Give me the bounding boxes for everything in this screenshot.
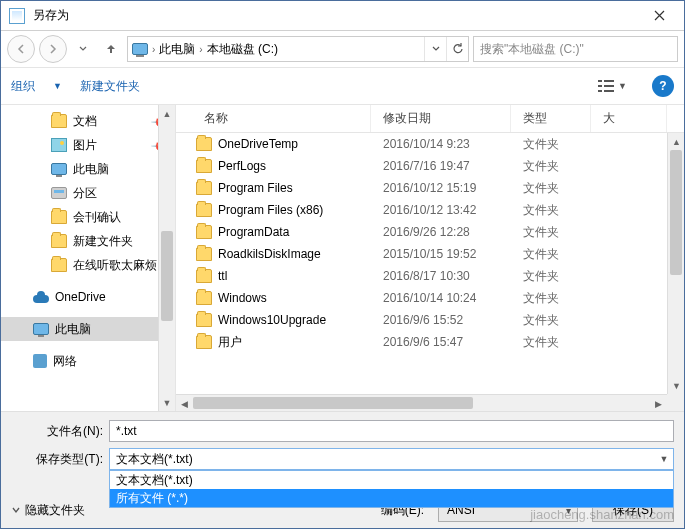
network-icon: [33, 354, 47, 368]
back-button[interactable]: [7, 35, 35, 63]
tree-this-pc-main[interactable]: 此电脑: [1, 317, 175, 341]
app-icon: [9, 8, 25, 24]
svg-rect-5: [604, 90, 614, 92]
chevron-right-icon: ›: [152, 44, 155, 55]
svg-rect-1: [598, 85, 602, 87]
crumb-root[interactable]: 此电脑: [159, 41, 195, 58]
search-placeholder: 搜索"本地磁盘 (C:)": [480, 41, 584, 58]
save-as-dialog: 另存为 › 此电脑 › 本地磁盘 (C:) 搜索"本地磁盘 (C:)" 组织 ▼…: [0, 0, 685, 529]
table-row[interactable]: 用户2016/9/6 15:47文件夹: [176, 331, 684, 353]
help-button[interactable]: ?: [652, 75, 674, 97]
table-row[interactable]: Program Files2016/10/12 15:19文件夹: [176, 177, 684, 199]
folder-icon: [196, 313, 212, 327]
scroll-right-icon[interactable]: ▶: [650, 395, 667, 411]
col-date[interactable]: 修改日期: [371, 105, 511, 132]
scroll-down-icon[interactable]: ▼: [668, 377, 684, 394]
pc-icon: [132, 43, 148, 55]
pc-icon: [33, 323, 49, 335]
folder-icon: [51, 234, 67, 248]
navigation-tree: 文档📌 图片📌 此电脑 分区 会刊确认 新建文件夹 在线听歌太麻烦 OneDri…: [1, 105, 176, 411]
table-row[interactable]: Windows2016/10/14 10:24文件夹: [176, 287, 684, 309]
address-bar: › 此电脑 › 本地磁盘 (C:) 搜索"本地磁盘 (C:)": [1, 31, 684, 67]
table-row[interactable]: RoadkilsDiskImage2015/10/15 19:52文件夹: [176, 243, 684, 265]
organize-dropdown-icon[interactable]: ▼: [53, 81, 62, 91]
table-row[interactable]: ttl2016/8/17 10:30文件夹: [176, 265, 684, 287]
col-type[interactable]: 类型: [511, 105, 591, 132]
refresh-button[interactable]: [446, 37, 468, 61]
folder-icon: [196, 159, 212, 173]
tree-onedrive[interactable]: OneDrive: [1, 285, 175, 309]
list-view-icon: [598, 80, 614, 92]
table-row[interactable]: ProgramData2016/9/26 12:28文件夹: [176, 221, 684, 243]
column-headers: 名称 修改日期 类型 大: [176, 105, 684, 133]
tree-partition[interactable]: 分区: [1, 181, 175, 205]
tree-new-folder[interactable]: 新建文件夹: [1, 229, 175, 253]
folder-icon: [51, 114, 67, 128]
onedrive-icon: [33, 291, 49, 303]
tree-this-pc[interactable]: 此电脑: [1, 157, 175, 181]
forward-button[interactable]: [39, 35, 67, 63]
svg-rect-2: [598, 90, 602, 92]
folder-icon: [196, 335, 212, 349]
pc-icon: [51, 163, 67, 175]
scroll-thumb[interactable]: [670, 150, 682, 275]
new-folder-button[interactable]: 新建文件夹: [80, 78, 140, 95]
recent-dropdown[interactable]: [71, 37, 95, 61]
folder-icon: [196, 203, 212, 217]
folder-icon: [51, 210, 67, 224]
table-row[interactable]: OneDriveTemp2016/10/14 9:23文件夹: [176, 133, 684, 155]
file-list: OneDriveTemp2016/10/14 9:23文件夹PerfLogs20…: [176, 133, 684, 411]
folder-icon: [196, 291, 212, 305]
svg-rect-0: [598, 80, 602, 82]
folder-icon: [196, 137, 212, 151]
main-area: 文档📌 图片📌 此电脑 分区 会刊确认 新建文件夹 在线听歌太麻烦 OneDri…: [1, 105, 684, 411]
table-row[interactable]: Windows10Upgrade2016/9/6 15:52文件夹: [176, 309, 684, 331]
file-scrollbar-v[interactable]: ▲ ▼: [667, 133, 684, 394]
table-row[interactable]: Program Files (x86)2016/10/12 13:42文件夹: [176, 199, 684, 221]
hide-folders-toggle[interactable]: 隐藏文件夹: [11, 502, 85, 519]
up-button[interactable]: [99, 37, 123, 61]
close-button[interactable]: [637, 2, 682, 30]
folder-icon: [196, 247, 212, 261]
filetype-combo[interactable]: 文本文档(*.txt) ▼ 文本文档(*.txt) 所有文件 (*.*): [109, 448, 674, 470]
breadcrumb[interactable]: › 此电脑 › 本地磁盘 (C:): [127, 36, 469, 62]
folder-icon: [51, 258, 67, 272]
scroll-corner: [667, 394, 684, 411]
view-options[interactable]: ▼: [591, 77, 634, 95]
scroll-thumb[interactable]: [193, 397, 473, 409]
tree-scrollbar[interactable]: ▲ ▼: [158, 105, 175, 411]
scroll-thumb[interactable]: [161, 231, 173, 321]
pictures-icon: [51, 138, 67, 152]
chevron-right-icon: ›: [199, 44, 202, 55]
tree-online[interactable]: 在线听歌太麻烦: [1, 253, 175, 277]
filename-input[interactable]: *.txt: [109, 420, 674, 442]
titlebar: 另存为: [1, 1, 684, 31]
search-input[interactable]: 搜索"本地磁盘 (C:)": [473, 36, 678, 62]
scroll-left-icon[interactable]: ◀: [176, 395, 193, 411]
crumb-drive[interactable]: 本地磁盘 (C:): [207, 41, 278, 58]
col-size[interactable]: 大: [591, 105, 667, 132]
filetype-option-txt[interactable]: 文本文档(*.txt): [110, 471, 673, 489]
scroll-down-icon[interactable]: ▼: [159, 394, 175, 411]
filetype-option-all[interactable]: 所有文件 (*.*): [110, 489, 673, 507]
svg-rect-4: [604, 85, 614, 87]
chevron-down-icon: ▼: [655, 449, 673, 469]
scroll-up-icon[interactable]: ▲: [159, 105, 175, 122]
window-title: 另存为: [33, 7, 637, 24]
toolbar: 组织 ▼ 新建文件夹 ▼ ?: [1, 67, 684, 105]
file-scrollbar-h[interactable]: ◀ ▶: [176, 394, 667, 411]
folder-icon: [196, 181, 212, 195]
address-dropdown[interactable]: [424, 37, 446, 61]
tree-network[interactable]: 网络: [1, 349, 175, 373]
table-row[interactable]: PerfLogs2016/7/16 19:47文件夹: [176, 155, 684, 177]
tree-folder-hk[interactable]: 会刊确认: [1, 205, 175, 229]
organize-menu[interactable]: 组织: [11, 78, 35, 95]
scroll-up-icon[interactable]: ▲: [668, 133, 684, 150]
drive-icon: [51, 187, 67, 199]
chevron-down-icon: [11, 505, 21, 515]
file-list-pane: 名称 修改日期 类型 大 OneDriveTemp2016/10/14 9:23…: [176, 105, 684, 411]
col-name[interactable]: 名称: [176, 105, 371, 132]
folder-icon: [196, 269, 212, 283]
tree-pictures[interactable]: 图片📌: [1, 133, 175, 157]
tree-documents[interactable]: 文档📌: [1, 109, 175, 133]
